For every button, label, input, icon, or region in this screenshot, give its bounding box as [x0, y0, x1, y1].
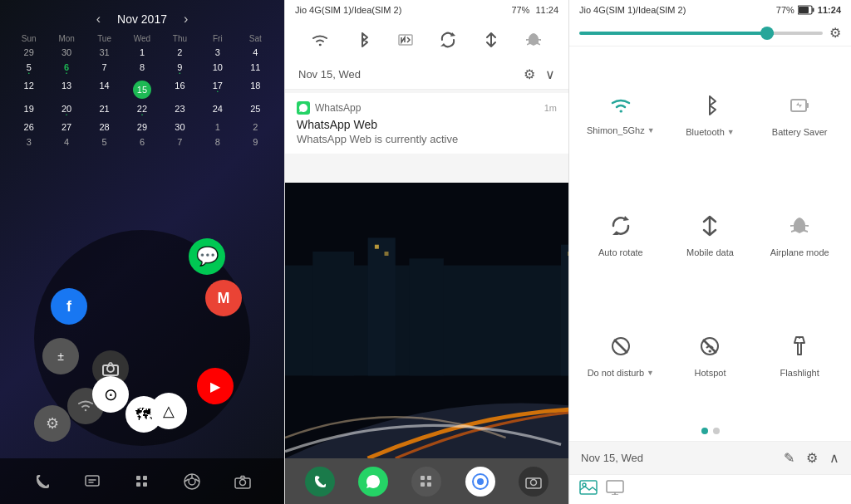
calendar-prev-button[interactable]: ‹ — [96, 12, 101, 27]
cal-day[interactable]: 3 — [10, 135, 47, 149]
cal-day[interactable]: 2 — [237, 120, 274, 135]
app-icon-drive[interactable]: △ — [150, 393, 187, 429]
svg-rect-41 — [806, 103, 809, 108]
cal-day[interactable]: 2 — [161, 45, 199, 60]
cal-day[interactable]: 21 — [86, 101, 123, 120]
toggle-bluetooth[interactable] — [351, 28, 374, 51]
qs-tile-battery-saver[interactable]: Battery Saver — [755, 53, 844, 174]
toggle-rotate[interactable] — [436, 28, 460, 51]
cal-day[interactable]: 6 — [123, 135, 160, 149]
svg-point-34 — [477, 478, 484, 485]
cal-day[interactable]: 20 — [47, 101, 85, 120]
dock-mid-whatsapp[interactable] — [358, 467, 388, 497]
right-panel: Jio 4G(SIM 1)/Idea(SIM 2) 77% 11:24 ⚙ Sh… — [568, 0, 851, 504]
toggle-nfc[interactable] — [394, 28, 417, 51]
cal-day[interactable]: 4 — [237, 45, 274, 60]
calendar-grid: Sun Mon Tue Wed Thu Fri Sat 29 30 31 1 2… — [10, 32, 274, 149]
qs-tile-airplane[interactable]: Airplane mode — [755, 174, 844, 294]
cal-day[interactable]: 28 — [86, 120, 123, 135]
qs-tile-hotspot[interactable]: Hotspot — [666, 294, 755, 414]
page-dot-2[interactable] — [713, 428, 720, 434]
qs-tile-mobile-data[interactable]: Mobile data — [666, 174, 755, 294]
cal-day[interactable]: 29 — [10, 45, 47, 60]
cal-day[interactable]: 7 — [161, 135, 199, 149]
svg-rect-22 — [561, 245, 568, 376]
cal-day[interactable]: 1 — [199, 120, 236, 135]
app-icon-calculator[interactable]: ± — [42, 338, 79, 374]
cal-day[interactable]: 14 — [86, 78, 123, 101]
page-dot-1[interactable] — [701, 428, 708, 434]
dock-camera[interactable] — [228, 467, 258, 497]
quick-settings-gear[interactable]: ⚙ — [829, 25, 841, 41]
brightness-thumb[interactable] — [760, 27, 774, 40]
cal-day[interactable]: 9 — [161, 60, 199, 78]
toggle-wifi[interactable] — [308, 28, 332, 51]
bottom-settings-icon[interactable]: ⚙ — [806, 450, 818, 466]
cal-day[interactable]: 27 — [47, 120, 85, 135]
cal-day[interactable]: 7 — [86, 60, 123, 78]
qs-tile-flashlight[interactable]: Flashlight — [755, 294, 844, 414]
cal-day[interactable]: 24 — [199, 101, 236, 120]
cal-day[interactable]: 23 — [161, 101, 199, 120]
cal-day[interactable]: 30 — [47, 45, 85, 60]
cal-day[interactable]: 5 — [86, 135, 123, 149]
qs-tile-dnd[interactable]: Do not disturb ▼ — [576, 294, 666, 414]
cal-day[interactable]: 13 — [47, 78, 85, 101]
cal-day[interactable]: 3 — [199, 45, 236, 60]
cal-day[interactable]: 8 — [123, 60, 160, 78]
middle-date-text: Nov 15, Wed — [298, 68, 361, 81]
dock-apps-grid[interactable] — [127, 467, 157, 497]
tab-monitor-icon[interactable] — [606, 480, 624, 499]
cal-day[interactable]: 19 — [10, 101, 47, 120]
app-icon-gmail[interactable]: M — [205, 280, 242, 316]
dock-mid-chrome[interactable] — [465, 467, 495, 497]
cal-day[interactable]: 8 — [199, 135, 236, 149]
qs-dnd-label: Do not disturb — [588, 368, 644, 378]
notification-title: WhatsApp Web — [297, 118, 557, 131]
cal-day[interactable]: 1 — [123, 45, 160, 60]
cal-day[interactable]: 4 — [47, 135, 85, 149]
cal-day[interactable]: 29 — [123, 120, 160, 135]
whatsapp-notification[interactable]: WhatsApp 1m WhatsApp Web WhatsApp Web is… — [285, 93, 568, 154]
cal-day[interactable]: 11 — [237, 60, 274, 78]
cal-day[interactable]: 30 — [161, 120, 199, 135]
toggle-airplane[interactable] — [522, 28, 545, 51]
dock-mid-camera[interactable] — [519, 467, 548, 497]
cal-day[interactable]: 5 — [10, 60, 47, 78]
settings-icon[interactable]: ⚙ — [524, 66, 535, 82]
cal-day[interactable]: 31 — [86, 45, 123, 60]
dock-chrome[interactable] — [177, 467, 207, 497]
qs-tile-bluetooth[interactable]: Bluetooth ▼ — [666, 53, 755, 174]
toggle-data[interactable] — [480, 28, 503, 51]
flashlight-icon — [790, 335, 809, 363]
collapse-icon[interactable]: ∧ — [829, 450, 839, 466]
expand-icon[interactable]: ∨ — [545, 66, 555, 82]
cal-day[interactable]: 17 — [199, 78, 236, 101]
edit-icon[interactable]: ✎ — [784, 450, 794, 466]
cal-day[interactable]: 12 — [10, 78, 47, 101]
cal-day[interactable]: 18 — [237, 78, 274, 101]
cal-day[interactable]: 26 — [10, 120, 47, 135]
qs-tile-wifi[interactable]: Shimon_5Ghz ▼ — [576, 53, 666, 174]
cal-day[interactable]: 10 — [199, 60, 236, 78]
app-icon-chrome[interactable]: ⊙ — [92, 376, 129, 413]
cal-day[interactable]: 15 — [123, 78, 160, 101]
dock-mid-phone[interactable] — [305, 467, 335, 497]
qs-tile-rotate[interactable]: Auto rotate — [576, 174, 666, 294]
tab-image-icon[interactable] — [579, 480, 598, 499]
cal-day[interactable]: 25 — [237, 101, 274, 120]
calendar-next-button[interactable]: › — [184, 12, 188, 27]
app-icon-youtube[interactable]: ▶ — [197, 368, 234, 404]
dock-phone[interactable] — [27, 467, 57, 497]
cal-day[interactable]: 9 — [237, 135, 274, 149]
app-icon-settings[interactable]: ⚙ — [34, 405, 71, 442]
cal-day[interactable]: 6 — [47, 60, 85, 78]
app-icon-facebook[interactable]: f — [51, 288, 87, 325]
app-icon-messages[interactable]: 💬 — [189, 238, 225, 275]
dock-sms[interactable] — [77, 467, 107, 497]
cal-day[interactable]: 16 — [161, 78, 199, 101]
dock-mid-apps[interactable] — [411, 467, 441, 497]
brightness-slider[interactable] — [579, 32, 823, 35]
svg-rect-2 — [86, 476, 99, 486]
cal-day[interactable]: 22 — [123, 101, 160, 120]
